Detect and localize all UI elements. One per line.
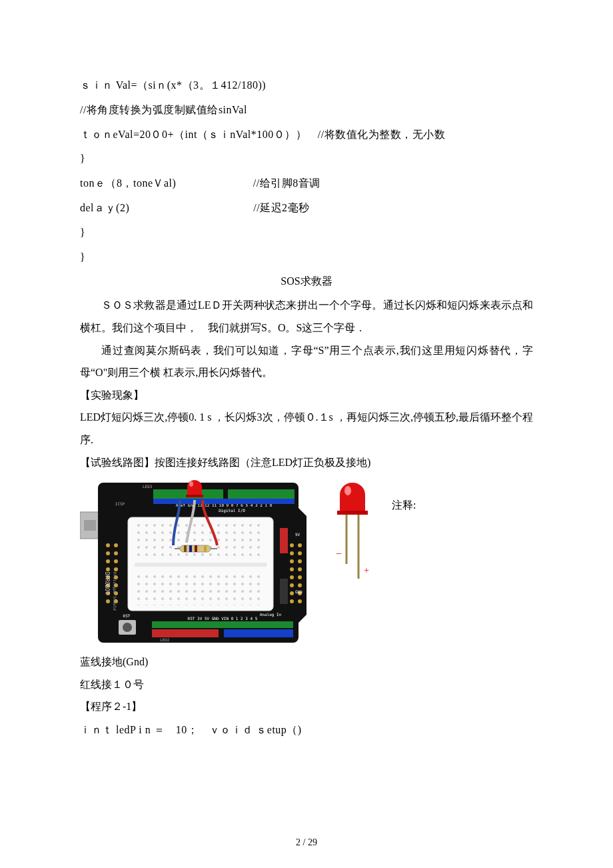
paragraph: ＳＯＳ求救器是通过LEＤ开关两种状态来拼出一个个字母。通过长闪烁和短闪烁来表示点… — [80, 294, 533, 339]
svg-point-12 — [106, 599, 110, 603]
svg-rect-52 — [187, 487, 202, 495]
experiment-heading: 【实验现象】 — [80, 384, 533, 407]
analog-label: Analog In — [260, 612, 282, 617]
figure-row: Aref Gnd 13 12 11 10 9 8 7 6 5 4 3 2 1 0… — [80, 479, 533, 645]
svg-rect-42 — [136, 571, 265, 605]
section-title: SOS求救器 — [80, 275, 533, 289]
svg-rect-57 — [152, 621, 293, 628]
icsp-label: ICSP — [115, 501, 125, 506]
svg-point-34 — [298, 583, 302, 587]
svg-point-27 — [290, 591, 294, 595]
code-line: //将角度转换为弧度制赋值给sinVal — [80, 98, 533, 123]
code-line: ｉｎｔ ledP i n ＝ 10； ｖｏｉｄ ｓetup（) — [80, 718, 533, 743]
power-row-label: RST 3V 5V GND VIN 0 1 2 3 4 5 — [188, 616, 258, 621]
svg-point-21 — [290, 543, 294, 547]
svg-point-16 — [114, 567, 118, 571]
svg-point-36 — [298, 599, 302, 603]
svg-rect-3 — [228, 489, 295, 499]
code-line: } — [80, 147, 533, 171]
reset-button-icon — [119, 620, 136, 635]
svg-rect-54 — [186, 495, 203, 497]
led2-label: LED2 — [160, 637, 170, 642]
svg-rect-86 — [340, 495, 365, 511]
svg-point-28 — [290, 599, 294, 603]
svg-point-6 — [106, 551, 110, 555]
svg-point-13 — [114, 543, 118, 547]
svg-rect-40 — [135, 563, 267, 567]
svg-rect-55 — [152, 629, 219, 637]
svg-rect-37 — [280, 528, 288, 553]
svg-rect-88 — [337, 511, 368, 515]
svg-point-32 — [298, 567, 302, 571]
code-line: tonｅ（8，toneＶal) //给引脚8音调 — [80, 171, 533, 196]
svg-point-14 — [114, 551, 118, 555]
svg-point-31 — [298, 559, 302, 563]
arduino-shield-figure: Aref Gnd 13 12 11 10 9 8 7 6 5 4 3 2 1 0… — [80, 479, 313, 645]
svg-rect-56 — [224, 629, 293, 637]
program-heading: 【程序２-1】 — [80, 695, 533, 718]
code-line: ｔｏｎeVal=20０0+（int（ｓｉnVal*100０）） //将数值化为整… — [80, 123, 533, 147]
wire-note-red: 红线接１０号 — [80, 673, 533, 696]
shield-label: Prototype Shield — [112, 572, 117, 611]
svg-point-33 — [298, 575, 302, 579]
svg-point-26 — [290, 583, 294, 587]
svg-rect-46 — [189, 545, 192, 552]
code-line: delａｙ(2) //延迟2毫秒 — [80, 196, 533, 221]
led3-label: LED3 — [143, 484, 153, 489]
svg-point-22 — [290, 551, 294, 555]
svg-point-29 — [298, 543, 302, 547]
led-component-figure: − + — [329, 479, 376, 592]
svg-point-7 — [106, 559, 110, 563]
svg-point-87 — [344, 486, 351, 495]
svg-point-53 — [189, 481, 193, 487]
circuit-heading: 【试验线路图】按图连接好线路图（注意LED灯正负极及接地) — [80, 451, 533, 474]
svg-rect-45 — [184, 545, 187, 552]
code-line: } — [80, 245, 533, 270]
svg-point-30 — [298, 551, 302, 555]
led-on-board-icon — [186, 480, 203, 497]
svg-rect-48 — [204, 545, 207, 552]
code-line: } — [80, 221, 533, 245]
svg-rect-47 — [195, 545, 197, 552]
code-line: ｓｉｎ Val=（siｎ(x*（3。１412/180)) — [80, 73, 533, 98]
digital-io-label: Digital I/O — [219, 508, 245, 513]
svg-point-23 — [290, 559, 294, 563]
svg-rect-1 — [84, 520, 96, 531]
svg-point-8 — [106, 567, 110, 571]
led-minus-label: − — [336, 548, 342, 559]
svg-rect-38 — [280, 579, 288, 604]
svg-point-24 — [290, 567, 294, 571]
paragraph: 通过查阅莫尔斯码表，我们可以知道，字母“S”用三个点表示,我们这里用短闪烁替代，… — [80, 339, 533, 384]
brand-label: DFROBOT — [104, 572, 110, 595]
svg-point-59 — [123, 623, 132, 632]
paragraph: LED灯短闪烁三次,停顿0. 1 s ，长闪烁3次，停顿０.１s ，再短闪烁三次… — [80, 406, 533, 451]
page-number: 2 / 29 — [0, 837, 613, 848]
svg-point-5 — [106, 543, 110, 547]
rst-label: RST — [123, 613, 131, 618]
wire-note-blue: 蓝线接地(Gnd) — [80, 651, 533, 673]
svg-rect-41 — [136, 524, 265, 559]
svg-point-25 — [290, 575, 294, 579]
5v-label: 5V — [295, 532, 301, 537]
svg-rect-4 — [153, 499, 295, 504]
note-label: 注释: — [392, 499, 416, 513]
led-plus-label: + — [364, 565, 369, 575]
gnd-label: GND — [295, 589, 303, 594]
svg-point-15 — [114, 559, 118, 563]
